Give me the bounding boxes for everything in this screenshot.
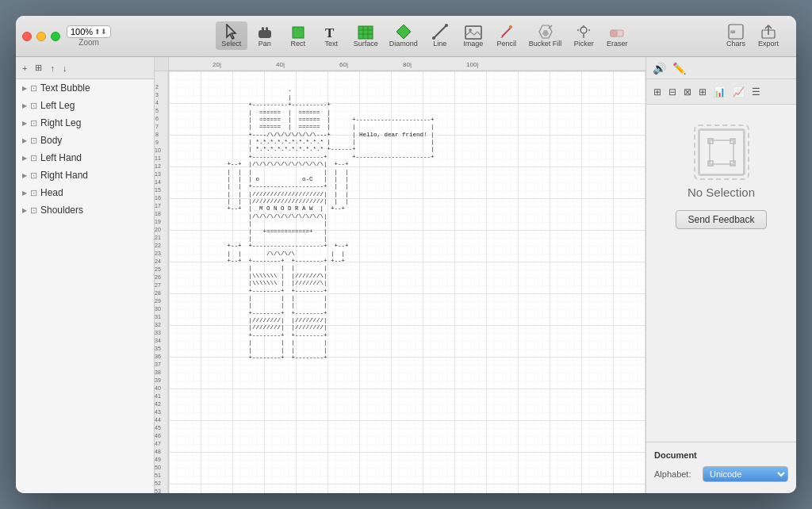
image-icon [465, 25, 482, 40]
align-left-icon[interactable]: ⊞ [651, 85, 664, 99]
bucket-fill-label: Bucket Fill [529, 40, 562, 48]
svg-text:27: 27 [155, 282, 161, 288]
close-button[interactable] [22, 32, 32, 41]
svg-text:5: 5 [155, 108, 159, 113]
chars-tool[interactable]: ⌨ Chars [722, 21, 750, 50]
folder-icon: ⊡ [30, 188, 37, 198]
sidebar-add-btn[interactable]: + [19, 63, 30, 74]
svg-text:4: 4 [155, 100, 159, 105]
rect-tool[interactable]: Rect [282, 23, 314, 50]
sidebar-down-btn[interactable]: ↓ [59, 63, 71, 74]
chevron-right-icon: ▶ [22, 207, 27, 214]
ruler-vertical: 2 3 4 5 6 7 8 9 10 11 12 13 14 15 16 17 [155, 71, 169, 493]
select-icon [224, 24, 239, 40]
export-label: Export [758, 40, 779, 48]
svg-text:39: 39 [155, 377, 161, 383]
no-selection-icon [698, 128, 745, 176]
main-area: + ⊞ ↑ ↓ ▶ ⊡ Text Bubble ▶ ⊡ Left Leg ▶ ⊡… [16, 57, 796, 493]
svg-text:3: 3 [155, 92, 159, 98]
line-tool[interactable]: Line [424, 21, 456, 50]
eraser-tool[interactable]: Eraser [601, 23, 633, 50]
surface-tool[interactable]: Surface [349, 23, 383, 50]
sidebar-item-shoulders[interactable]: ▶ ⊡ Shoulders [16, 201, 154, 219]
canvas-area[interactable]: 20| 40| 60| 80| 100| 2 3 4 5 6 7 8 9 [155, 57, 645, 493]
align-center-h-icon[interactable]: ⊟ [666, 85, 679, 99]
sidebar-item-text-bubble[interactable]: ▶ ⊡ Text Bubble [16, 79, 154, 97]
svg-rect-3 [266, 27, 268, 32]
layer-label: Left Leg [40, 100, 75, 111]
sidebar-group-btn[interactable]: ⊞ [32, 62, 45, 74]
text-icon: T [324, 24, 339, 40]
pencil-label: Pencil [497, 40, 517, 48]
export-tool[interactable]: Export [753, 21, 783, 50]
svg-text:52: 52 [155, 480, 161, 486]
picker-icon [576, 24, 592, 40]
bucket-fill-tool[interactable]: Bucket Fill [524, 21, 567, 50]
svg-text:35: 35 [155, 346, 161, 351]
toolbar: Select Pan Rect T [127, 21, 722, 52]
svg-text:49: 49 [155, 457, 161, 462]
folder-icon: ⊡ [30, 205, 37, 216]
svg-text:7: 7 [155, 124, 159, 129]
pan-label: Pan [259, 40, 271, 48]
pencil-tool[interactable]: Pencil [491, 21, 523, 50]
svg-text:6: 6 [155, 116, 159, 121]
svg-text:38: 38 [155, 369, 161, 375]
sidebar-item-head[interactable]: ▶ ⊡ Head [16, 184, 154, 201]
minimize-button[interactable] [36, 32, 46, 41]
svg-rect-97 [708, 139, 713, 144]
maximize-button[interactable] [51, 32, 60, 41]
svg-text:9: 9 [155, 140, 159, 145]
sidebar-item-right-hand[interactable]: ▶ ⊡ Right Hand [16, 166, 154, 184]
col-chart-icon[interactable]: 📈 [730, 85, 747, 99]
image-tool[interactable]: Image [458, 23, 489, 50]
svg-text:30: 30 [155, 306, 161, 312]
sidebar-item-left-leg[interactable]: ▶ ⊡ Left Leg [16, 97, 154, 114]
surface-icon [358, 25, 373, 40]
svg-rect-98 [730, 139, 735, 144]
svg-text:80|: 80| [403, 61, 412, 68]
layer-label: Right Hand [40, 170, 88, 181]
svg-text:10: 10 [155, 147, 161, 153]
zoom-control[interactable]: 100% ⬆⬇ Zoom [67, 25, 111, 47]
sidebar-item-right-leg[interactable]: ▶ ⊡ Right Leg [16, 114, 154, 132]
sidebar-item-left-hand[interactable]: ▶ ⊡ Left Hand [16, 149, 154, 166]
picker-label: Picker [574, 40, 594, 48]
align-top-icon[interactable]: ⊞ [696, 85, 709, 99]
svg-text:16: 16 [155, 195, 161, 201]
select-tool[interactable]: Select [216, 21, 247, 50]
svg-text:19: 19 [155, 219, 161, 224]
alphabet-select[interactable]: Unicode [703, 466, 788, 482]
svg-rect-15 [465, 26, 481, 39]
align-distribute-icon[interactable]: ☰ [749, 85, 763, 99]
canvas-content[interactable]: . | +----------+----------+ | ====== | =… [169, 71, 645, 493]
picker-tool[interactable]: Picker [568, 21, 599, 50]
sidebar-item-body[interactable]: ▶ ⊡ Body [16, 132, 154, 149]
svg-text:48: 48 [155, 449, 161, 454]
pan-tool[interactable]: Pan [249, 21, 281, 50]
layer-label: Text Bubble [40, 82, 90, 94]
svg-text:22: 22 [155, 243, 161, 248]
export-icon [760, 24, 776, 40]
svg-text:36: 36 [155, 354, 161, 359]
svg-line-12 [434, 25, 446, 38]
svg-text:43: 43 [155, 409, 161, 415]
traffic-lights [22, 32, 60, 41]
text-tool[interactable]: T Text [316, 21, 347, 50]
svg-rect-1 [259, 30, 271, 38]
align-right-icon[interactable]: ⊠ [681, 85, 694, 99]
send-feedback-button[interactable]: Send Feedback [676, 210, 766, 229]
sidebar-up-btn[interactable]: ↑ [47, 63, 58, 74]
folder-icon: ⊡ [30, 118, 37, 128]
svg-text:44: 44 [155, 417, 161, 423]
rect-icon [291, 25, 305, 40]
svg-rect-96 [710, 140, 733, 164]
brush-icon[interactable]: ✏️ [671, 60, 688, 76]
speaker-icon[interactable]: 🔊 [651, 60, 668, 76]
diamond-tool[interactable]: Diamond [385, 21, 423, 50]
titlebar: 100% ⬆⬇ Zoom Select Pan [16, 16, 796, 57]
svg-rect-100 [730, 161, 735, 166]
pan-icon [257, 24, 273, 40]
layer-label: Head [40, 187, 63, 198]
bar-chart-icon[interactable]: 📊 [711, 85, 728, 99]
